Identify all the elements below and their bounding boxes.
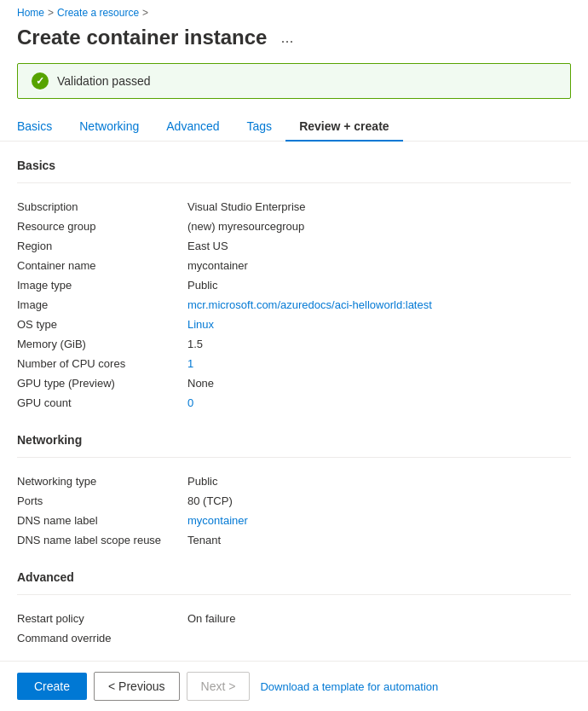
field-dns-scope-reuse: DNS name label scope reuse Tenant: [17, 530, 571, 550]
breadcrumb-separator-1: >: [48, 7, 54, 19]
field-networking-type: Networking type Public: [17, 471, 571, 491]
field-memory: Memory (GiB) 1.5: [17, 334, 571, 354]
field-dns-name-label-label: DNS name label: [17, 514, 187, 527]
validation-banner: Validation passed: [17, 63, 571, 99]
field-os-type-label: OS type: [17, 318, 187, 331]
field-networking-type-label: Networking type: [17, 475, 187, 488]
tab-networking[interactable]: Networking: [66, 113, 153, 142]
breadcrumb-home[interactable]: Home: [17, 7, 44, 19]
field-resource-group-label: Resource group: [17, 220, 187, 233]
breadcrumb: Home > Create a resource >: [0, 0, 588, 22]
field-gpu-type-label: GPU type (Preview): [17, 377, 187, 390]
tabs-nav: Basics Networking Advanced Tags Review +…: [0, 113, 588, 142]
field-os-type-value[interactable]: Linux: [187, 318, 571, 331]
field-os-type: OS type Linux: [17, 315, 571, 334]
field-container-name-label: Container name: [17, 259, 187, 272]
ellipsis-button[interactable]: ...: [275, 27, 298, 49]
create-button[interactable]: Create: [17, 673, 87, 700]
field-container-name-value: mycontainer: [187, 259, 571, 272]
field-restart-policy: Restart policy On failure: [17, 609, 571, 628]
field-gpu-count-value[interactable]: 0: [187, 396, 571, 409]
field-image-type-value: Public: [187, 279, 571, 292]
field-ports-label: Ports: [17, 494, 187, 507]
field-cpu-cores-label: Number of CPU cores: [17, 357, 187, 370]
field-subscription: Subscription Visual Studio Enterprise: [17, 197, 571, 217]
section-advanced-title: Advanced: [17, 570, 571, 584]
field-ports-value: 80 (TCP): [187, 494, 571, 507]
section-networking-title: Networking: [17, 433, 571, 447]
field-subscription-value: Visual Studio Enterprise: [187, 200, 571, 213]
field-image-type: Image type Public: [17, 275, 571, 295]
tab-tags[interactable]: Tags: [233, 113, 286, 142]
field-networking-type-value: Public: [187, 475, 571, 488]
field-restart-policy-value: On failure: [187, 612, 571, 625]
field-resource-group: Resource group (new) myresourcegroup: [17, 217, 571, 236]
field-container-name: Container name mycontainer: [17, 256, 571, 275]
field-image-value[interactable]: mcr.microsoft.com/azuredocs/aci-hellowor…: [187, 298, 571, 311]
field-dns-scope-reuse-value: Tenant: [187, 534, 571, 546]
previous-button[interactable]: < Previous: [94, 672, 180, 701]
field-image-label: Image: [17, 298, 187, 311]
field-gpu-count: GPU count 0: [17, 393, 571, 413]
field-memory-value: 1.5: [187, 338, 571, 350]
automation-link[interactable]: Download a template for automation: [260, 680, 438, 693]
next-button[interactable]: Next >: [187, 672, 251, 701]
tab-basics[interactable]: Basics: [17, 113, 66, 142]
field-region-label: Region: [17, 240, 187, 252]
field-ports: Ports 80 (TCP): [17, 491, 571, 511]
field-gpu-type-value: None: [187, 377, 571, 390]
field-command-override-label: Command override: [17, 632, 187, 645]
field-cpu-cores-value[interactable]: 1: [187, 357, 571, 370]
field-command-override: Command override: [17, 628, 571, 648]
validation-text: Validation passed: [57, 74, 150, 88]
field-cpu-cores: Number of CPU cores 1: [17, 354, 571, 373]
validation-icon: [32, 72, 49, 90]
field-command-override-value: [187, 632, 571, 645]
field-restart-policy-label: Restart policy: [17, 612, 187, 625]
field-gpu-count-label: GPU count: [17, 396, 187, 409]
field-image: Image mcr.microsoft.com/azuredocs/aci-he…: [17, 295, 571, 315]
field-memory-label: Memory (GiB): [17, 338, 187, 350]
section-networking: Networking Networking type Public Ports …: [17, 433, 571, 550]
field-dns-name-label: DNS name label mycontainer: [17, 511, 571, 530]
field-region: Region East US: [17, 236, 571, 256]
footer: Create < Previous Next > Download a temp…: [0, 661, 588, 711]
field-image-type-label: Image type: [17, 279, 187, 292]
tab-review-create[interactable]: Review + create: [285, 113, 402, 142]
tab-advanced[interactable]: Advanced: [153, 113, 233, 142]
section-basics: Basics Subscription Visual Studio Enterp…: [17, 159, 571, 413]
field-subscription-label: Subscription: [17, 200, 187, 213]
field-dns-name-label-value[interactable]: mycontainer: [187, 514, 571, 527]
page-title: Create container instance: [17, 26, 267, 49]
field-region-value: East US: [187, 240, 571, 252]
field-resource-group-value: (new) myresourcegroup: [187, 220, 571, 233]
field-gpu-type: GPU type (Preview) None: [17, 373, 571, 393]
field-dns-scope-reuse-label: DNS name label scope reuse: [17, 534, 187, 546]
section-basics-title: Basics: [17, 159, 571, 172]
breadcrumb-create-resource[interactable]: Create a resource: [57, 7, 139, 19]
main-content: Basics Subscription Visual Studio Enterp…: [0, 159, 588, 711]
section-advanced: Advanced Restart policy On failure Comma…: [17, 570, 571, 648]
breadcrumb-separator-2: >: [142, 7, 148, 19]
